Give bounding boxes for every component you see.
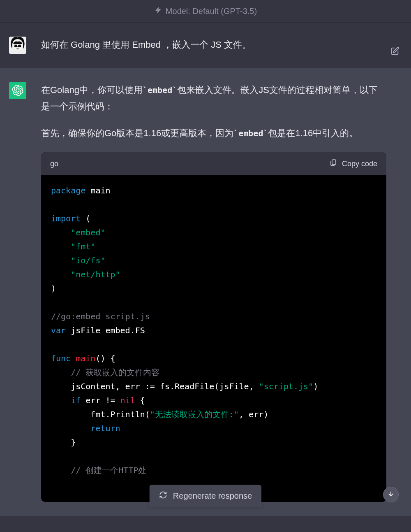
arrow-down-icon [387,490,395,499]
text-span: 包是在1.16中引入的。 [268,128,358,138]
model-label: Model: Default (GPT-3.5) [166,7,257,16]
copy-code-button[interactable]: Copy code [330,157,377,170]
model-bar: Model: Default (GPT-3.5) [0,0,411,23]
regenerate-label: Regenerate response [173,491,252,501]
edit-icon[interactable] [390,46,399,56]
user-text-span: 如何在 Golang 里使用 Embed ，嵌入一个 JS 文件。 [41,39,251,50]
user-message: 如何在 Golang 里使用 Embed ，嵌入一个 JS 文件。 [0,23,411,68]
assistant-para-2: 首先，确保你的Go版本是1.16或更高版本，因为`embed`包是在1.16中引… [41,125,386,142]
copy-code-label: Copy code [342,157,377,170]
user-avatar [9,37,26,54]
svg-rect-4 [17,46,18,46]
svg-rect-5 [16,49,19,49]
assistant-message: 在Golang中，你可以使用`embed`包来嵌入文件。嵌入JS文件的过程相对简… [0,68,411,516]
code-block-header: go Copy code [41,152,386,175]
code-content[interactable]: package main import ( "embed" "fmt" "io/… [41,175,386,502]
text-span: 首先，确保你的Go版本是1.16或更高版本，因为 [41,128,233,138]
scroll-down-button[interactable] [383,487,399,502]
regenerate-button[interactable]: Regenerate response [150,485,261,507]
svg-rect-3 [18,45,21,47]
inline-code: `embed` [143,85,177,95]
user-text: 如何在 Golang 里使用 Embed ，嵌入一个 JS 文件。 [41,37,386,54]
inline-code: `embed` [233,128,268,138]
text-span: 在Golang中，你可以使用 [41,85,143,95]
refresh-icon [159,491,167,501]
code-block: go Copy code package main import ( "embe… [41,152,386,502]
assistant-para-1: 在Golang中，你可以使用`embed`包来嵌入文件。嵌入JS文件的过程相对简… [41,82,386,114]
assistant-avatar [9,82,26,99]
bolt-icon [154,6,162,16]
svg-rect-2 [14,45,17,47]
code-lang: go [50,157,58,170]
clipboard-icon [330,157,337,170]
assistant-content: 在Golang中，你可以使用`embed`包来嵌入文件。嵌入JS文件的过程相对简… [41,82,386,502]
svg-rect-6 [332,160,336,164]
